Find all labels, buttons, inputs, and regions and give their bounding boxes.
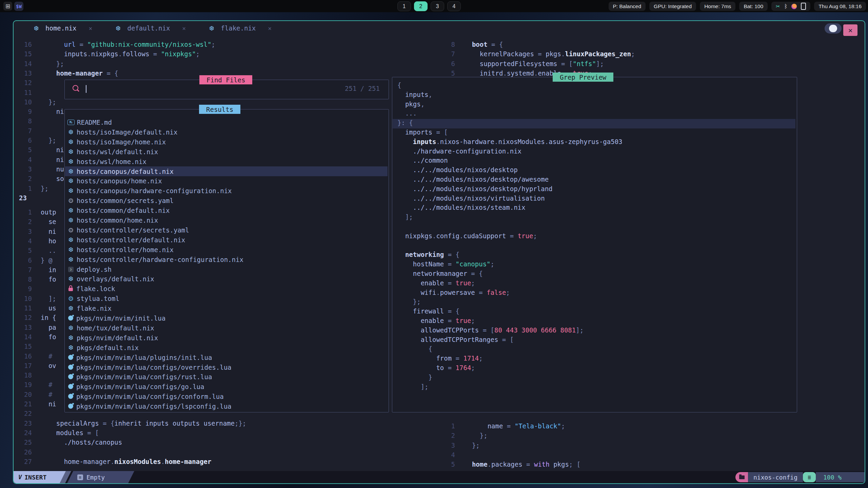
file-result[interactable]: pkgs/nvim/nvim/lua/configs/go.lua bbox=[65, 382, 388, 391]
file-result[interactable]: hosts/common/secrets.yaml bbox=[65, 196, 388, 205]
file-result[interactable]: hosts/canopus/hardware-configuration.nix bbox=[65, 186, 388, 196]
code-text: pkgs, bbox=[397, 100, 425, 108]
code-line: 21ni bbox=[15, 400, 56, 408]
code-text: name = "Tela-black"; bbox=[464, 422, 565, 430]
preview-line: ../../modules/nixos/desktop/hyprland bbox=[393, 185, 795, 195]
line-number: 22 bbox=[15, 410, 32, 417]
results-title: Results bbox=[199, 105, 240, 114]
file-result[interactable]: hosts/wsl/default.nix bbox=[65, 147, 388, 157]
nix-file-icon bbox=[65, 305, 77, 312]
file-result[interactable]: hosts/controller/home.nix bbox=[65, 245, 388, 255]
file-result[interactable]: pkgs/nvim/nvim/lua/configs/conform.lua bbox=[65, 391, 388, 401]
line-number: 13 bbox=[15, 69, 32, 77]
code-text: ni bbox=[41, 146, 64, 154]
code-text: kernelPackages = pkgs.linuxPackages_zen; bbox=[464, 50, 635, 58]
file-result[interactable]: hosts/isoImage/default.nix bbox=[65, 127, 388, 137]
code-text: hostName = "canopus"; bbox=[397, 260, 494, 268]
code-line: 11us bbox=[15, 304, 56, 312]
file-result[interactable]: home/tux/default.nix bbox=[65, 323, 388, 333]
workspace-button-3[interactable]: 3 bbox=[431, 1, 444, 11]
file-result[interactable]: flake.lock bbox=[65, 284, 388, 293]
line-number: 2 bbox=[15, 218, 32, 225]
code-text: ... bbox=[397, 109, 417, 117]
file-result[interactable]: hosts/controller/hardware-configuration.… bbox=[65, 255, 388, 264]
clock[interactable]: Thu Aug 08, 18:16 bbox=[814, 2, 866, 11]
file-result[interactable]: hosts/controller/secrets.yaml bbox=[65, 225, 388, 235]
file-result[interactable]: hosts/canopus/default.nix bbox=[65, 166, 388, 176]
lua-file-icon bbox=[68, 355, 73, 360]
project-icon-segment bbox=[735, 472, 748, 482]
vim-icon: V bbox=[18, 474, 22, 481]
line-number: 6 bbox=[438, 60, 455, 67]
file-result[interactable]: pkgs/nvim/nvim/lua/configs/rust.lua bbox=[65, 372, 388, 382]
file-result[interactable]: hosts/common/default.nix bbox=[65, 205, 388, 215]
code-line: 8 bbox=[15, 117, 41, 125]
file-result-label: hosts/common/secrets.yaml bbox=[77, 197, 174, 204]
file-result[interactable]: pkgs/nvim/nvim/lua/configs/overrides.lua bbox=[65, 362, 388, 372]
file-result[interactable]: hosts/controller/default.nix bbox=[65, 235, 388, 245]
file-result[interactable]: README.md bbox=[65, 117, 388, 127]
close-tab-icon[interactable]: × bbox=[182, 25, 186, 32]
code-line: 3nu bbox=[15, 165, 64, 173]
code-text: }; bbox=[41, 185, 48, 192]
lock-file-icon bbox=[68, 288, 73, 291]
code-line: 6}; bbox=[15, 137, 56, 144]
file-result[interactable]: hosts/isoImage/home.nix bbox=[65, 137, 388, 147]
preview-line: firewall = { bbox=[393, 307, 795, 317]
code-line: 13pa bbox=[15, 324, 56, 331]
wm-logo[interactable]: $W bbox=[14, 2, 23, 11]
file-result[interactable]: hosts/common/home.nix bbox=[65, 215, 388, 225]
line-number: 16 bbox=[15, 352, 32, 360]
file-result[interactable]: pkgs/nvim/nvim/init.lua bbox=[65, 313, 388, 323]
code-text: ni bbox=[41, 156, 64, 163]
tab-flake.nix[interactable]: flake.nix× bbox=[206, 21, 272, 35]
file-result[interactable]: hosts/wsl/home.nix bbox=[65, 157, 388, 166]
results-list: README.mdhosts/isoImage/default.nixhosts… bbox=[65, 117, 388, 411]
folder-icon bbox=[739, 475, 745, 479]
file-result-label: stylua.toml bbox=[77, 295, 119, 302]
file-result-label: pkgs/nvim/nvim/lua/configs/lspconfig.lua bbox=[76, 403, 232, 410]
workspace-button-4[interactable]: 4 bbox=[447, 1, 461, 11]
file-result[interactable]: flake.nix bbox=[65, 303, 388, 313]
code-line: 12 bbox=[15, 79, 41, 86]
line-number: 19 bbox=[15, 381, 32, 388]
app-launcher-icon[interactable]: ⊞ bbox=[3, 2, 12, 11]
code-text: outp bbox=[41, 208, 56, 216]
code-line: 1name = "Tela-black"; bbox=[438, 422, 565, 430]
line-number: 5 bbox=[15, 247, 32, 254]
file-result[interactable]: pkgs/nvim/nvim/lua/plugins/init.lua bbox=[65, 352, 388, 362]
tab-default.nix[interactable]: default.nix× bbox=[113, 21, 186, 35]
file-result[interactable]: hosts/canopus/home.nix bbox=[65, 176, 388, 186]
code-text: imports = [ bbox=[397, 128, 448, 136]
workspace-button-1[interactable]: 1 bbox=[397, 1, 411, 11]
search-icon bbox=[73, 85, 78, 91]
code-text: }; bbox=[464, 442, 480, 449]
phone-icon bbox=[801, 3, 806, 10]
file-result[interactable]: deploy.sh bbox=[65, 264, 388, 274]
line-number: 5 bbox=[438, 461, 455, 468]
file-result[interactable]: stylua.toml bbox=[65, 293, 388, 303]
line-number: 14 bbox=[15, 333, 32, 341]
code-text: in bbox=[41, 266, 56, 273]
file-result[interactable]: overlays/default.nix bbox=[65, 274, 388, 284]
nix-file-icon bbox=[65, 334, 77, 341]
preview-line: } bbox=[393, 373, 795, 383]
line-number: 2 bbox=[15, 175, 32, 182]
code-line: 7kernelPackages = pkgs.linuxPackages_zen… bbox=[438, 50, 635, 58]
nix-file-icon bbox=[65, 275, 77, 282]
code-line: 5home.packages = with pkgs; [ bbox=[438, 461, 580, 468]
workspace-button-2[interactable]: 2 bbox=[414, 1, 428, 11]
window-toggle[interactable] bbox=[825, 23, 842, 34]
code-text: } bbox=[397, 373, 432, 381]
file-result[interactable]: pkgs/nvim/nvim/lua/configs/lspconfig.lua bbox=[65, 401, 388, 411]
tab-home.nix[interactable]: home.nix× bbox=[31, 21, 92, 35]
file-result-label: hosts/isoImage/home.nix bbox=[77, 138, 166, 146]
file-result-label: hosts/controller/hardware-configuration.… bbox=[77, 256, 243, 263]
file-result[interactable]: pkgs/nvim/default.nix bbox=[65, 333, 388, 343]
close-tab-icon[interactable]: × bbox=[268, 25, 272, 32]
file-result[interactable]: pkgs/default.nix bbox=[65, 343, 388, 352]
window-close-button[interactable]: × bbox=[843, 24, 857, 36]
code-line: 11 bbox=[15, 89, 41, 96]
close-tab-icon[interactable]: × bbox=[89, 25, 93, 32]
preview-line: inputs.nixos-hardware.nixosModules.asus-… bbox=[393, 138, 795, 147]
